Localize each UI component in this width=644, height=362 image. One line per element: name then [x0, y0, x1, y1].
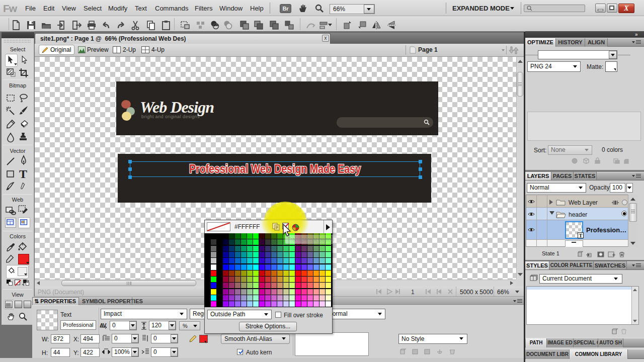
svg-text:Web Design: Web Design: [140, 98, 214, 116]
svg-text:Professional Web Design Made E: Professional Web Design Made Easy: [189, 162, 361, 175]
